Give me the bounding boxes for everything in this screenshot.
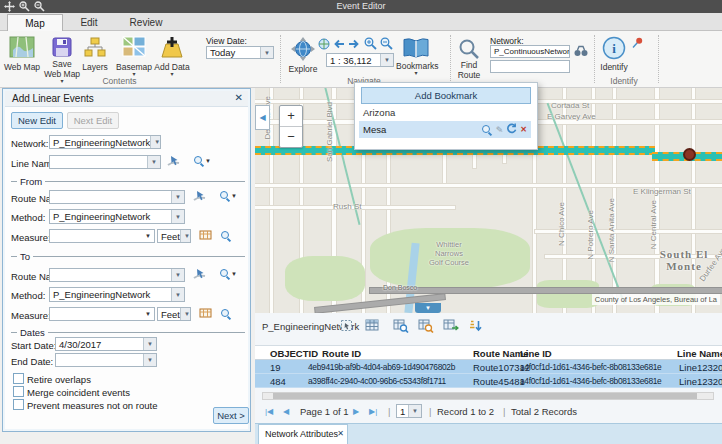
tab-map[interactable]: Map	[7, 14, 63, 32]
table-row[interactable]: 484 a398ff4c-2940-4c00-96b6-c5343f8f1711…	[255, 374, 722, 388]
to-zoom-to-measure-icon[interactable]	[220, 308, 232, 322]
network-attributes-tab[interactable]: Network Attributes ✕	[258, 424, 348, 444]
map-zoom-out-button[interactable]: −	[280, 127, 302, 147]
add-bookmark-button[interactable]: Add Bookmark	[361, 87, 531, 104]
from-measure-combo[interactable]: ▼	[49, 229, 155, 243]
bookmark-edit-icon[interactable]: ✎	[496, 125, 504, 135]
end-date-label: End Date:	[11, 356, 53, 367]
web-map-button[interactable]: Web Map	[0, 62, 44, 72]
tab-close-icon[interactable]: ✕	[337, 429, 344, 438]
tab-review[interactable]: Review	[118, 14, 174, 31]
previous-extent-icon[interactable]	[333, 39, 345, 51]
panel-close-icon[interactable]: ✕	[235, 92, 243, 103]
page-number-select[interactable]: 1 ▼	[396, 404, 422, 418]
next-button[interactable]: Next >	[213, 407, 249, 424]
bookmarks-button[interactable]: Bookmarks ▾	[396, 61, 436, 76]
street-label: E Klingerman St	[633, 187, 691, 196]
save-web-map-icon[interactable]	[52, 37, 72, 59]
bookmark-item-mesa[interactable]: Mesa ✎ ✕	[359, 121, 531, 138]
network-select[interactable]: P_EngineeringNetwork ▼	[49, 135, 161, 149]
from-method-select[interactable]: P_EngineeringNetwork ▼	[49, 209, 185, 224]
identify-button[interactable]: Identify	[598, 62, 630, 72]
basemap-icon[interactable]	[122, 36, 146, 60]
scrollbar-thumb[interactable]	[273, 393, 697, 399]
add-data-icon[interactable]	[160, 36, 184, 60]
table-header-row: OBJECTID Route ID Route Name Line ID Lin…	[255, 345, 722, 360]
layers-icon[interactable]	[84, 37, 106, 60]
bookmark-refresh-icon[interactable]	[506, 123, 517, 136]
last-page-icon[interactable]: ▶|	[369, 407, 377, 416]
column-header-route-id[interactable]: Route ID	[322, 348, 361, 359]
column-header-line-id[interactable]: Line ID	[520, 348, 552, 359]
table-pan-selected-icon[interactable]	[418, 319, 434, 334]
identify-pin-icon[interactable]	[631, 37, 643, 51]
first-page-icon[interactable]: |◀	[265, 407, 273, 416]
to-legend: To	[20, 251, 30, 262]
next-edit-button[interactable]: Next Edit	[67, 112, 119, 129]
column-header-line-name[interactable]: Line Name	[677, 348, 722, 359]
end-date-select[interactable]: ▼	[55, 353, 157, 367]
map-zoom-control: + −	[279, 105, 303, 148]
web-map-icon[interactable]	[9, 36, 35, 60]
next-page-icon[interactable]: ▶	[353, 407, 359, 416]
find-route-input[interactable]	[490, 60, 570, 73]
table-row[interactable]: 19 4eb9419b-af9b-4d04-ab69-1d490476802b …	[255, 360, 722, 374]
from-zoom-to-measure-icon[interactable]	[220, 230, 232, 244]
table-select-icon[interactable]	[340, 319, 356, 334]
cell-line-id: a4f0cf1d-1d61-4346-befc-8b08133e681e	[520, 376, 661, 386]
zoom-out-map-icon[interactable]	[380, 37, 393, 52]
network-attributes-tab-label: Network Attributes	[265, 429, 338, 439]
full-extent-icon[interactable]	[318, 38, 330, 52]
from-measure-table-icon[interactable]	[199, 229, 212, 243]
to-measure-unit-select[interactable]: Feet ▼	[157, 307, 191, 321]
table-zoom-selected-icon[interactable]	[393, 319, 409, 334]
zoom-in-map-icon[interactable]	[364, 37, 377, 52]
binoculars-icon[interactable]	[574, 45, 588, 59]
merge-coincident-checkbox[interactable]	[13, 386, 24, 397]
next-extent-icon[interactable]	[348, 39, 360, 51]
add-data-button[interactable]: Add Data ▾	[150, 62, 194, 77]
from-legend: From	[20, 176, 42, 187]
table-grid-icon[interactable]	[365, 319, 381, 334]
to-measure-table-icon[interactable]	[199, 307, 212, 321]
retire-overlaps-checkbox[interactable]	[13, 373, 24, 384]
horizontal-scrollbar[interactable]	[262, 392, 714, 400]
find-route-icon[interactable]	[458, 38, 480, 62]
explore-button[interactable]: Explore	[285, 64, 321, 74]
column-header-objectid[interactable]: OBJECTID	[270, 348, 318, 359]
zoom-to-line-icon[interactable]: ▼	[193, 155, 211, 169]
from-select-route-on-map-icon[interactable]	[193, 190, 206, 205]
tab-edit[interactable]: Edit	[64, 14, 114, 31]
table-sort-icon[interactable]	[468, 319, 484, 334]
table-switch-selection-icon[interactable]	[443, 319, 459, 334]
dock-table-arrow[interactable]: ▼	[415, 303, 441, 313]
bookmark-item-arizona[interactable]: Arizona	[363, 107, 395, 118]
from-zoom-to-route-icon[interactable]: ▼	[219, 190, 237, 204]
from-route-name-select[interactable]: ▼	[49, 190, 185, 204]
explore-icon[interactable]	[290, 36, 316, 64]
prevent-measures-checkbox[interactable]	[13, 399, 24, 410]
select-line-on-map-icon[interactable]	[167, 155, 180, 170]
new-edit-button[interactable]: New Edit	[11, 112, 63, 129]
to-zoom-to-route-icon[interactable]: ▼	[219, 268, 237, 282]
line-name-select[interactable]: ▼	[49, 155, 161, 169]
layers-button[interactable]: Layers	[74, 62, 116, 72]
find-route-button[interactable]: Find Route	[452, 60, 486, 80]
identify-icon[interactable]: i	[602, 36, 626, 62]
previous-page-icon[interactable]: ◀	[283, 407, 289, 416]
find-route-network-select[interactable]: P_ContinuousNetwork ▼	[490, 45, 570, 58]
to-method-select[interactable]: P_EngineeringNetwork ▼	[49, 287, 185, 302]
start-date-select[interactable]: 4/30/2017 ▼	[55, 337, 157, 351]
to-measure-combo[interactable]: ▼	[49, 307, 155, 321]
bookmark-delete-icon[interactable]: ✕	[520, 125, 527, 134]
to-select-route-on-map-icon[interactable]	[193, 268, 206, 283]
map-scale-select[interactable]: 1 : 36,112 ▼	[326, 53, 394, 67]
view-date-select[interactable]: Today ▼	[206, 46, 274, 59]
route-marker[interactable]	[683, 148, 696, 161]
collapse-panel-arrow[interactable]: ◀	[255, 105, 270, 130]
to-route-name-select[interactable]: ▼	[49, 268, 185, 282]
bookmarks-icon[interactable]	[402, 37, 430, 61]
from-measure-unit-select[interactable]: Feet ▼	[157, 229, 191, 243]
bookmark-zoom-icon[interactable]	[481, 124, 493, 136]
map-zoom-in-button[interactable]: +	[280, 106, 302, 127]
